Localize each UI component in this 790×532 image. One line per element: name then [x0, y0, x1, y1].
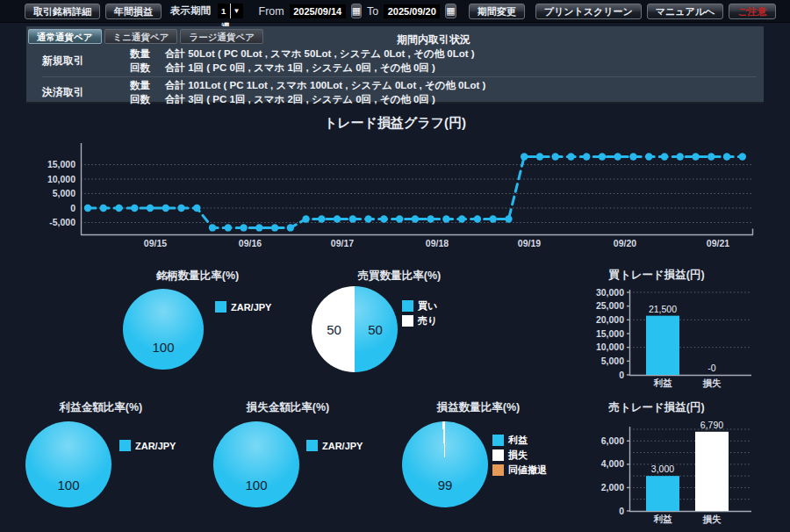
line-chart-title: トレード損益グラフ(円) [0, 115, 790, 132]
legend-swatch [492, 464, 504, 476]
svg-text:損失: 損失 [702, 514, 722, 525]
legend-label: 利益 [508, 434, 528, 447]
svg-text:09/15: 09/15 [144, 238, 167, 248]
legend-swatch [119, 440, 131, 451]
buy-pl-bar-chart: 05,00010,00015,00020,00025,00030,00021,5… [596, 287, 751, 390]
pie-value-label: 100 [245, 477, 267, 492]
svg-text:-0: -0 [707, 363, 715, 373]
trade-symbol-detail-button[interactable]: 取引銘柄詳細 [25, 4, 100, 19]
pie-title-profit-amount: 利益金額比率(%) [22, 400, 180, 415]
legend-label: 売り [418, 314, 437, 327]
legend-label: 買い [418, 299, 437, 313]
manual-button[interactable]: マニュアルへ [647, 4, 724, 19]
group-name: 決済取引 [42, 85, 130, 100]
pl-count-pie: 99 [402, 421, 488, 507]
svg-text:30,000: 30,000 [596, 287, 624, 298]
to-calendar-button[interactable]: ▦ [445, 4, 456, 18]
bar-title-buy-pl: 買トレード損益(円) [578, 268, 736, 283]
legend-swatch [215, 301, 226, 313]
svg-text:09/17: 09/17 [331, 238, 354, 248]
svg-text:15,000: 15,000 [47, 159, 75, 169]
trade-report-page: 取引銘柄詳細 年間損益 表示期間 1週間 ▼ From ▦ To ▦ 期間変更 … [0, 0, 790, 532]
svg-text:6,000: 6,000 [601, 435, 624, 446]
period-summary-panel: 通常通貨ペア ミニ通貨ペア ラージ通貨ペア 期間内取引状況 新規取引 数量 合計… [26, 26, 764, 104]
print-screen-button[interactable]: プリントスクリーン [535, 4, 642, 19]
display-period-label: 表示期間 [170, 4, 211, 18]
pie-value-label: 100 [57, 477, 79, 492]
symbol-qty-pie: 100 [123, 289, 204, 370]
svg-text:09/18: 09/18 [426, 238, 449, 248]
notice-button[interactable]: ご注意 [729, 4, 775, 19]
from-label: From [259, 5, 284, 18]
buy-sell-qty-pie: 5050 [312, 286, 398, 372]
close-trade-group: 決済取引 数量 合計 101Lot ( PC 1Lot , スマホ 100Lot… [42, 76, 757, 107]
symbol-qty-legend: ZAR/JPY [215, 299, 271, 314]
topbar: 取引銘柄詳細 年間損益 表示期間 1週間 ▼ From ▦ To ▦ 期間変更 … [0, 0, 790, 23]
row-label: 回数 [130, 93, 165, 106]
svg-text:21,500: 21,500 [649, 304, 677, 314]
bar-title-sell-pl: 売トレード損益(円) [578, 400, 736, 415]
svg-text:利益: 利益 [653, 377, 673, 388]
svg-text:利益: 利益 [653, 514, 673, 524]
new-trade-group: 新規取引 数量 合計 50Lot ( PC 0Lot , スマホ 50Lot ,… [42, 47, 757, 75]
to-label: To [367, 5, 378, 18]
calendar-icon: ▦ [446, 5, 455, 16]
legend-label: ZAR/JPY [322, 441, 363, 451]
svg-text:09/21: 09/21 [707, 238, 729, 248]
row-value: 合計 1回 ( PC 0回 , スマホ 1回 , システム 0回 , その他 0… [165, 61, 757, 75]
svg-text:4,000: 4,000 [601, 458, 624, 469]
profit-amount-legend: ZAR/JPY [119, 438, 176, 453]
pie-value-label: 50 [368, 322, 383, 337]
annual-pl-button[interactable]: 年間損益 [105, 4, 162, 19]
svg-text:5,000: 5,000 [601, 356, 624, 366]
legend-label: 同値撤退 [508, 464, 547, 477]
row-label: 数量 [130, 79, 165, 92]
svg-text:5,000: 5,000 [53, 188, 75, 198]
period-select[interactable]: 1週間 ▼ [218, 4, 243, 18]
svg-text:-5,000: -5,000 [49, 217, 75, 227]
svg-text:09/20: 09/20 [614, 238, 636, 248]
from-date-input[interactable] [290, 4, 346, 18]
row-label: 回数 [130, 61, 165, 75]
legend-swatch [402, 300, 413, 312]
tab-large-pair[interactable]: ラージ通貨ペア [180, 29, 262, 44]
pie-value-label: 50 [327, 322, 341, 337]
profit-amount-pie: 100 [25, 421, 111, 507]
sell-pl-bar-chart: 02,0004,0006,0003,000利益6,790損失 [601, 420, 751, 525]
pie-title-buy-sell-qty: 売買数量比率(%) [320, 269, 478, 284]
row-value: 合計 101Lot ( PC 1Lot , スマホ 100Lot , システム … [165, 79, 757, 92]
pie-value-label: 100 [152, 340, 174, 355]
pl-line-chart: 15,00010,0005,0000-5,00009/1509/1609/170… [47, 143, 753, 248]
legend-swatch [492, 435, 504, 446]
loss-amount-pie: 100 [213, 421, 299, 507]
legend-swatch [492, 449, 504, 461]
legend-label: ZAR/JPY [135, 441, 176, 451]
svg-text:10,000: 10,000 [596, 341, 624, 352]
change-period-button[interactable]: 期間変更 [469, 4, 525, 19]
svg-text:0: 0 [619, 506, 624, 516]
to-date-input[interactable] [384, 4, 440, 18]
svg-text:25,000: 25,000 [596, 300, 624, 311]
loss-amount-legend: ZAR/JPY [306, 438, 363, 453]
pie-title-loss-amount: 損失金額比率(%) [209, 400, 367, 415]
row-value: 合計 50Lot ( PC 0Lot , スマホ 50Lot , システム 0L… [165, 47, 757, 61]
panel-title: 期間内取引状況 [397, 32, 470, 47]
chevron-down-icon: ▼ [230, 4, 243, 18]
group-name: 新規取引 [42, 54, 130, 68]
svg-text:09/19: 09/19 [518, 238, 541, 248]
period-select-value: 1週間 [218, 4, 230, 18]
from-calendar-button[interactable]: ▦ [351, 4, 362, 18]
svg-text:0: 0 [70, 203, 75, 213]
pie-title-symbol-qty: 銘柄数量比率(%) [118, 269, 276, 284]
svg-text:09/16: 09/16 [239, 238, 262, 248]
svg-text:20,000: 20,000 [596, 314, 624, 325]
svg-text:損失: 損失 [702, 377, 722, 389]
tab-mini-pair[interactable]: ミニ通貨ペア [104, 29, 178, 44]
svg-text:0: 0 [619, 370, 624, 380]
pl-count-legend: 利益 損失 同値撤退 [492, 433, 547, 478]
pie-value-label: 99 [438, 477, 453, 492]
svg-text:15,000: 15,000 [596, 328, 624, 339]
tab-normal-pair[interactable]: 通常通貨ペア [28, 29, 102, 44]
legend-label: ZAR/JPY [231, 302, 271, 313]
svg-text:10,000: 10,000 [47, 174, 75, 184]
